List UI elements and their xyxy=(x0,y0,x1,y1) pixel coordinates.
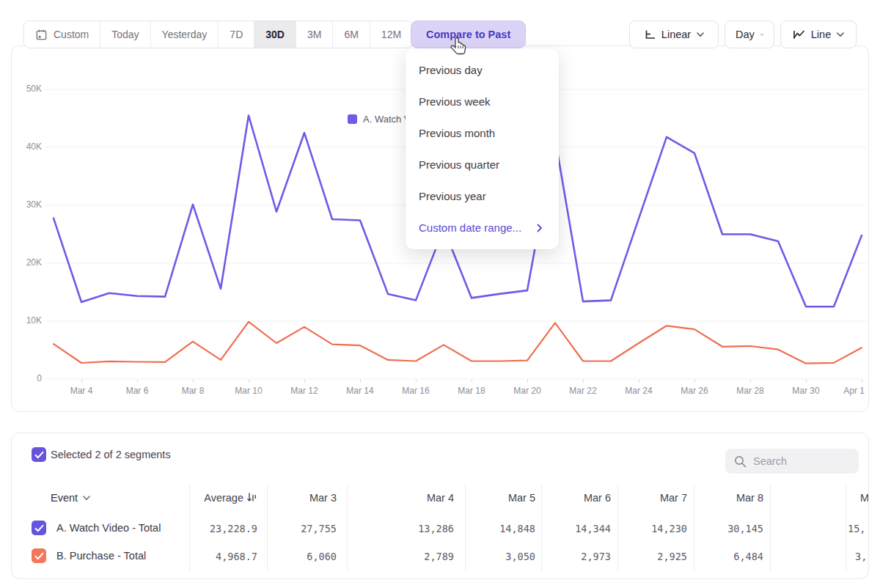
chart-type-dropdown-button[interactable]: Line xyxy=(780,21,857,48)
x-tick-label: Mar 24 xyxy=(617,386,661,396)
y-tick-label: 20K xyxy=(15,257,42,268)
preset-label: 12M xyxy=(381,29,401,40)
interval-dropdown-label: Day xyxy=(736,29,755,40)
x-tick-label: Mar 20 xyxy=(505,386,549,396)
preset-label: 30D xyxy=(265,29,285,40)
chevron-down-icon xyxy=(697,32,704,37)
axis-tick xyxy=(249,380,249,383)
y-tick-label: 10K xyxy=(15,315,42,326)
chevron-down-icon xyxy=(760,32,763,37)
toolbar: CustomTodayYesterday7D30D3M6M12M Compare… xyxy=(0,0,880,51)
preset-label: Custom xyxy=(54,29,89,40)
x-tick-label: Mar 18 xyxy=(450,386,494,396)
axis-tick xyxy=(639,380,639,383)
x-tick-label: Mar 28 xyxy=(728,386,772,396)
scale-dropdown-button[interactable]: Linear xyxy=(629,21,719,48)
cell-value: 30,145 xyxy=(668,523,763,534)
search-input[interactable] xyxy=(753,449,854,474)
search-icon xyxy=(734,455,747,468)
preset-label: Today xyxy=(111,29,139,40)
menu-item-previous-month[interactable]: Previous month xyxy=(406,117,559,149)
y-tick-label: 0 xyxy=(15,373,42,383)
preset-30d[interactable]: 30D xyxy=(254,21,296,48)
axis-tick xyxy=(360,380,361,383)
axis-tick xyxy=(694,380,695,383)
axis-tick xyxy=(472,380,472,383)
preset-7d[interactable]: 7D xyxy=(219,21,254,48)
date-range-presets: CustomTodayYesterday7D30D3M6M12M xyxy=(23,21,413,48)
x-tick-label: Mar 16 xyxy=(394,386,438,396)
preset-custom[interactable]: Custom xyxy=(24,21,100,48)
menu-item-previous-quarter[interactable]: Previous quarter xyxy=(406,149,559,180)
preset-yesterday[interactable]: Yesterday xyxy=(151,21,219,48)
preset-label: Yesterday xyxy=(162,29,208,40)
column-divider xyxy=(770,485,771,571)
segments-panel: Selected 2 of 2 segments Event Average M… xyxy=(11,433,869,579)
column-header-mar-3: Mar 3 xyxy=(241,492,337,504)
y-tick-label: 50K xyxy=(15,84,42,94)
x-tick-label: Mar 4 xyxy=(59,386,103,396)
compare-to-past-menu: Previous dayPrevious weekPrevious monthP… xyxy=(406,48,559,249)
select-all-checkbox[interactable] xyxy=(32,447,46,462)
x-tick-label: Apr 1 xyxy=(821,386,865,396)
chart-type-dropdown-label: Line xyxy=(811,29,831,40)
row-checkbox-a-watch-video-total[interactable] xyxy=(32,521,46,535)
axis-tick xyxy=(193,380,194,383)
preset-12m[interactable]: 12M xyxy=(370,21,412,48)
column-divider xyxy=(347,485,348,571)
axis-tick xyxy=(81,380,82,383)
compare-to-past-button[interactable]: Compare to Past xyxy=(411,21,526,48)
preset-today[interactable]: Today xyxy=(100,21,150,48)
menu-item-custom-date-range[interactable]: Custom date range... xyxy=(406,212,559,243)
calendar-icon xyxy=(35,29,48,41)
event-column-header[interactable]: Event xyxy=(51,492,90,504)
x-tick-label: Mar 10 xyxy=(227,386,271,396)
checkmark-icon xyxy=(34,451,44,459)
axis-tick xyxy=(806,380,807,383)
x-tick-label: Mar 14 xyxy=(338,386,382,396)
y-tick-label: 30K xyxy=(15,199,42,210)
row-label-a-watch-video-total[interactable]: A. Watch Video - Total xyxy=(56,522,161,534)
menu-item-previous-week[interactable]: Previous week xyxy=(406,86,559,117)
chevron-right-icon xyxy=(537,224,543,232)
preset-3m[interactable]: 3M xyxy=(296,21,333,48)
legend-swatch-a xyxy=(348,114,357,124)
chevron-down-icon xyxy=(837,32,844,37)
axis-tick xyxy=(416,380,417,383)
cell-value: 27,755 xyxy=(241,523,337,534)
cell-value: 6,484 xyxy=(668,551,763,562)
selected-segments-label: Selected 2 of 2 segments xyxy=(51,449,171,460)
preset-6m[interactable]: 6M xyxy=(333,21,370,48)
axis-tick xyxy=(527,380,528,383)
x-tick-label: Mar 6 xyxy=(115,386,159,396)
column-divider xyxy=(846,485,846,571)
axis-tick xyxy=(750,380,751,383)
axis-tick xyxy=(137,380,138,383)
menu-item-previous-day[interactable]: Previous day xyxy=(406,54,559,86)
preset-label: 6M xyxy=(344,29,358,40)
cell-value-cut: 3, xyxy=(855,551,867,562)
preset-label: 3M xyxy=(307,29,321,40)
x-tick-label: Mar 26 xyxy=(672,386,716,396)
axis-tick xyxy=(583,380,584,383)
row-label-b-purchase-total[interactable]: B. Purchase - Total xyxy=(56,550,146,562)
checkmark-icon xyxy=(34,524,44,532)
axis-tick xyxy=(304,380,305,383)
scale-dropdown-label: Linear xyxy=(661,29,691,40)
linear-scale-icon xyxy=(644,29,656,40)
interval-dropdown-button[interactable]: Day xyxy=(725,21,774,48)
line-chart-icon xyxy=(793,29,805,40)
checkmark-icon xyxy=(34,552,44,560)
axis-tick xyxy=(862,380,862,383)
search-box xyxy=(725,449,859,474)
y-tick-label: 40K xyxy=(15,142,42,152)
x-tick-label: Mar 8 xyxy=(171,386,215,396)
x-tick-label: Mar 12 xyxy=(282,386,326,396)
chevron-down-icon xyxy=(83,496,90,501)
row-checkbox-b-purchase-total[interactable] xyxy=(32,548,46,563)
column-header-cut: M xyxy=(860,492,869,504)
analytics-dashboard: 010K20K30K40K50K Mar 4Mar 6Mar 8Mar 10Ma… xyxy=(0,0,880,588)
menu-item-previous-year[interactable]: Previous year xyxy=(406,180,559,212)
preset-label: 7D xyxy=(230,29,243,40)
cell-value-cut: 15, xyxy=(848,523,865,534)
